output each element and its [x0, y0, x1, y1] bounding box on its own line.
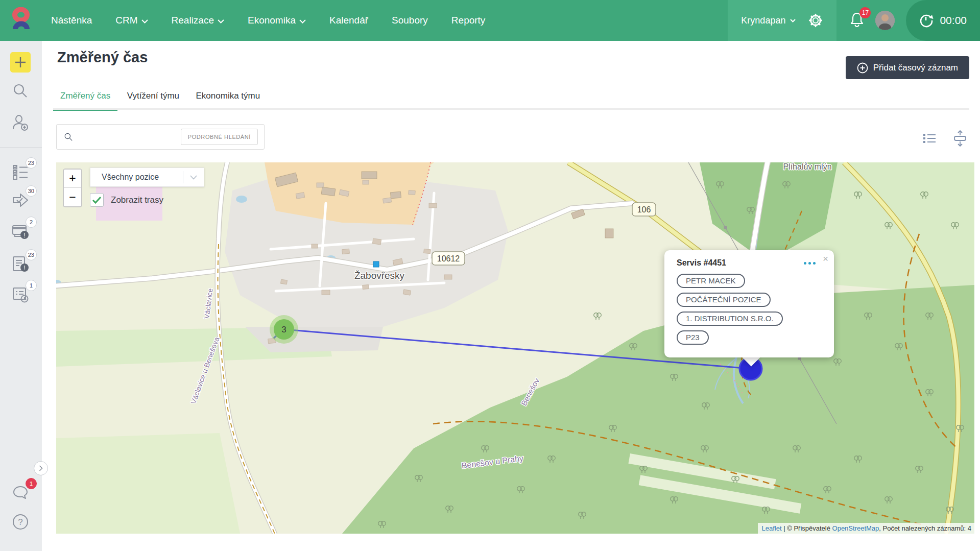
nav-item-kalendar[interactable]: Kalendář: [329, 15, 368, 26]
chevron-down-icon: [141, 19, 148, 23]
add-contact-button[interactable]: [10, 112, 31, 133]
chat-count-badge: 1: [26, 478, 37, 489]
popup-tag-company: 1. DISTRIBUTION S.R.O.: [677, 312, 783, 326]
sidebar-expand-button[interactable]: [34, 461, 48, 475]
add-new-button[interactable]: [10, 52, 31, 73]
leaflet-link[interactable]: Leaflet: [762, 524, 782, 532]
search-bar: PODROBNÉ HLEDÁNÍ: [56, 124, 265, 150]
cluster-marker[interactable]: 3: [270, 315, 298, 344]
map-label-village: Žabovřesky: [354, 270, 405, 281]
map-label-mill: Plíhalův mlýn: [783, 162, 831, 171]
osm-link[interactable]: OpenStreetMap: [832, 524, 879, 532]
sidebar-planned-button[interactable]: 1: [10, 284, 31, 305]
nav-item-soubory[interactable]: Soubory: [392, 15, 428, 26]
tab-zmereny-cas[interactable]: Změřený čas: [53, 86, 117, 110]
more-options-icon[interactable]: [804, 262, 816, 265]
svg-text:3: 3: [281, 325, 286, 334]
show-routes-checkbox[interactable]: [90, 193, 104, 207]
popup-tag-position-type: POČÁTEČNÍ POZICE: [677, 293, 771, 307]
popup-close-button[interactable]: ×: [823, 254, 828, 263]
sidebar-payments-button[interactable]: 2 !: [10, 221, 31, 242]
nav-item-crm[interactable]: CRM: [115, 15, 148, 26]
chevron-down-icon: [183, 175, 204, 180]
user-menu[interactable]: Kryndapan: [741, 15, 796, 26]
zoom-in-button[interactable]: +: [64, 170, 81, 188]
selected-node-square[interactable]: [373, 261, 379, 267]
chevron-down-icon: [790, 19, 796, 22]
tab-ekonomika-tymu[interactable]: Ekonomika týmu: [189, 86, 268, 110]
nav-item-realizace[interactable]: Realizace: [172, 15, 224, 26]
payments-count-badge: 2: [26, 217, 37, 228]
planned-count-badge: 1: [26, 280, 37, 291]
positions-dropdown-value: Všechny pozice: [90, 173, 183, 182]
gear-icon[interactable]: [808, 13, 823, 28]
chevron-down-icon: [299, 19, 306, 23]
notification-count-badge: 17: [859, 7, 871, 18]
avatar[interactable]: [875, 11, 895, 30]
sidebar-divider: [0, 147, 42, 148]
road-badge-106: 106: [632, 203, 656, 216]
map-attribution: Leaflet | © Přispěvatelé OpenStreetMap, …: [758, 523, 974, 534]
top-navbar: Nástěnka CRM Realizace Ekonomika Kalendá…: [0, 0, 980, 41]
app-logo-icon[interactable]: [10, 7, 33, 34]
plus-circle-icon: [857, 62, 868, 74]
search-input[interactable]: [79, 133, 181, 141]
documents-count-badge: 23: [26, 249, 37, 260]
svg-text:106: 106: [637, 205, 651, 214]
page-title: Změřený čas: [57, 49, 148, 66]
positions-dropdown[interactable]: Všechny pozice: [90, 167, 204, 187]
leaflet-map[interactable]: 10612 106 Žabovřesky Plíhalův mlýn Václa…: [56, 162, 974, 534]
time-tracker[interactable]: 00:00: [906, 0, 980, 41]
nav-right-cluster: Kryndapan 17: [728, 0, 980, 41]
chevron-down-icon: [218, 19, 224, 23]
sidebar-search-button[interactable]: [10, 81, 31, 101]
map-popup: Servis #4451 × PETR MACEK POČÁTEČNÍ POZI…: [664, 250, 834, 357]
approvals-count-badge: 30: [26, 185, 37, 197]
svg-text:!: !: [23, 232, 25, 239]
nav-item-reporty[interactable]: Reporty: [451, 15, 486, 26]
chevron-right-icon: [39, 465, 43, 471]
view-switcher: [923, 130, 968, 147]
icon-sidebar: 23 30 2 ! 23: [0, 41, 42, 551]
road-badge-10612: 10612: [432, 252, 465, 265]
records-count-text: , Počet nalezených záznamů: 4: [879, 524, 971, 532]
expand-rows-icon[interactable]: [952, 130, 968, 147]
sidebar-approvals-button[interactable]: 30: [10, 190, 31, 210]
popup-tag-worker: PETR MACEK: [677, 274, 745, 288]
advanced-search-button[interactable]: PODROBNÉ HLEDÁNÍ: [181, 129, 258, 145]
tab-vytizeni-tymu[interactable]: Vytížení týmu: [120, 86, 186, 110]
main-menu: Nástěnka CRM Realizace Ekonomika Kalendá…: [51, 0, 485, 41]
help-button[interactable]: ?: [10, 512, 31, 532]
chat-button[interactable]: 1: [10, 483, 31, 503]
popup-title: Servis #4451: [677, 258, 726, 268]
show-routes-row: Zobrazit trasy: [90, 193, 163, 207]
sidebar-tasks-button[interactable]: 23: [10, 162, 31, 182]
map-zoom-control: + −: [63, 169, 82, 207]
user-menu-area: Kryndapan: [728, 0, 836, 41]
search-icon: [64, 131, 73, 143]
nav-item-ekonomika[interactable]: Ekonomika: [248, 15, 306, 26]
tasks-count-badge: 23: [26, 157, 37, 169]
tab-underline: [53, 108, 969, 110]
nav-item-nastenka[interactable]: Nástěnka: [51, 15, 92, 26]
attribution-text: | © Přispěvatelé: [782, 524, 832, 532]
svg-text:!: !: [23, 265, 25, 272]
question-mark-icon: ?: [12, 513, 29, 531]
add-time-record-button[interactable]: Přidat časový záznam: [846, 56, 969, 79]
checkmark-icon: [92, 196, 102, 204]
list-view-icon[interactable]: [923, 133, 936, 144]
popup-tag-code: P23: [677, 330, 709, 345]
svg-text:?: ?: [18, 517, 22, 527]
person-add-icon: [12, 114, 29, 131]
notifications-button[interactable]: 17: [850, 12, 864, 30]
main-content: Změřený čas Přidat časový záznam Změřený…: [42, 41, 980, 551]
search-icon: [12, 83, 29, 99]
timer-value: 00:00: [940, 14, 967, 27]
show-routes-label: Zobrazit trasy: [111, 195, 163, 205]
map-canvas: 10612 106 Žabovřesky Plíhalův mlýn Václa…: [56, 162, 974, 534]
tab-bar: Změřený čas Vytížení týmu Ekonomika týmu: [53, 86, 969, 110]
sidebar-documents-button[interactable]: 23 !: [10, 254, 31, 274]
svg-text:10612: 10612: [437, 254, 460, 263]
plus-icon: [14, 56, 27, 68]
zoom-out-button[interactable]: −: [64, 188, 81, 206]
